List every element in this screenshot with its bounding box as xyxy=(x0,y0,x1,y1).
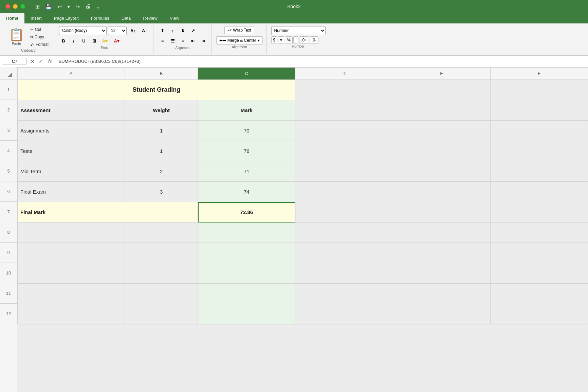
row-num-5[interactable]: 5 xyxy=(0,161,17,181)
decrease-indent-button[interactable]: ⇤ xyxy=(189,36,198,45)
row-num-8[interactable]: 8 xyxy=(0,222,17,243)
font-shrink-button[interactable]: A↓ xyxy=(140,26,150,35)
cell-b9[interactable] xyxy=(125,243,198,263)
cell-b4[interactable]: 1 xyxy=(125,141,198,161)
cell-d6[interactable] xyxy=(295,182,393,202)
cell-e3[interactable] xyxy=(393,121,490,141)
sidebar-icon[interactable]: ⊞ xyxy=(35,3,40,10)
formula-input[interactable] xyxy=(56,59,585,64)
wrap-text-button[interactable]: ⮐ Wrap Text xyxy=(224,26,254,34)
row-num-11[interactable]: 11 xyxy=(0,283,17,304)
cell-f10[interactable] xyxy=(490,263,588,284)
cell-b10[interactable] xyxy=(125,263,198,284)
font-size-select[interactable]: 12 xyxy=(108,26,127,35)
more-icon[interactable]: ⌄ xyxy=(96,3,100,10)
maximize-button[interactable] xyxy=(20,4,25,9)
redo-icon[interactable]: ↪ xyxy=(75,3,80,10)
border-button[interactable]: ⊞ xyxy=(90,36,98,45)
paste-button[interactable]: 📋 Paste xyxy=(6,27,27,47)
undo-icon[interactable]: ↩ xyxy=(57,3,62,10)
cell-f6[interactable] xyxy=(490,182,588,202)
cell-f5[interactable] xyxy=(490,161,588,182)
bold-button[interactable]: B xyxy=(59,36,68,45)
cell-c8[interactable] xyxy=(198,222,295,243)
cell-a9[interactable] xyxy=(18,243,125,263)
merge-center-button[interactable]: ⬅➡ Merge & Center ▾ xyxy=(216,36,263,44)
underline-button[interactable]: U xyxy=(79,36,88,45)
currency-button[interactable]: $ xyxy=(271,36,278,44)
row-num-9[interactable]: 9 xyxy=(0,243,17,263)
confirm-formula-icon[interactable]: ✓ xyxy=(37,58,44,65)
close-button[interactable] xyxy=(5,4,10,9)
row-num-4[interactable]: 4 xyxy=(0,141,17,161)
cell-b12[interactable] xyxy=(125,304,198,324)
copy-button[interactable]: ⧉ Copy xyxy=(28,34,51,40)
row-num-7[interactable]: 7 xyxy=(0,202,17,222)
row-num-10[interactable]: 10 xyxy=(0,263,17,283)
cell-c3[interactable]: 70 xyxy=(198,121,295,141)
cell-e12[interactable] xyxy=(393,304,490,324)
cell-b6[interactable]: 3 xyxy=(125,182,198,202)
tab-view[interactable]: View xyxy=(164,13,185,23)
increase-decimal-button[interactable]: .0+ xyxy=(299,36,309,44)
fill-color-button[interactable]: A▾ xyxy=(100,36,110,45)
cell-b8[interactable] xyxy=(125,222,198,243)
rotate-text-button[interactable]: ↗ xyxy=(189,26,198,35)
cell-d1[interactable] xyxy=(295,80,393,100)
cell-reference-box[interactable]: C7 xyxy=(3,58,26,65)
cell-e11[interactable] xyxy=(393,284,490,304)
cell-d2[interactable] xyxy=(295,100,393,121)
align-top-button[interactable]: ⬆ xyxy=(158,26,167,35)
cell-b11[interactable] xyxy=(125,284,198,304)
cell-d11[interactable] xyxy=(295,284,393,304)
col-header-a[interactable]: A xyxy=(18,68,125,80)
cell-a7[interactable]: Final Mark xyxy=(18,202,198,222)
cell-a6[interactable]: Final Exam xyxy=(18,182,125,202)
cell-a4[interactable]: Tests xyxy=(18,141,125,161)
cell-d8[interactable] xyxy=(295,222,393,243)
font-color-button[interactable]: A▾ xyxy=(111,36,122,45)
align-middle-button[interactable]: ↕ xyxy=(168,26,177,35)
minimize-button[interactable] xyxy=(13,4,18,9)
font-family-select[interactable]: Calibri (Body) xyxy=(59,26,107,35)
cell-e2[interactable] xyxy=(393,100,490,121)
cell-e9[interactable] xyxy=(393,243,490,263)
cell-e6[interactable] xyxy=(393,182,490,202)
align-left-button[interactable]: ≡ xyxy=(158,36,167,45)
cell-c5[interactable]: 71 xyxy=(198,161,295,182)
cell-c4[interactable]: 76 xyxy=(198,141,295,161)
row-num-12[interactable]: 12 xyxy=(0,304,17,324)
cell-f7[interactable] xyxy=(490,202,588,222)
cell-a12[interactable] xyxy=(18,304,125,324)
format-painter-button[interactable]: 🖌 Format xyxy=(28,41,51,48)
cell-a2[interactable]: Assessment xyxy=(18,100,125,121)
cell-f12[interactable] xyxy=(490,304,588,324)
col-header-e[interactable]: E xyxy=(393,68,490,80)
font-grow-button[interactable]: A↑ xyxy=(128,26,138,35)
cell-d10[interactable] xyxy=(295,263,393,284)
cell-d9[interactable] xyxy=(295,243,393,263)
cell-f8[interactable] xyxy=(490,222,588,243)
cell-a8[interactable] xyxy=(18,222,125,243)
align-bottom-button[interactable]: ⬇ xyxy=(179,26,187,35)
col-header-c[interactable]: C xyxy=(198,68,295,80)
print-icon[interactable]: 🖨 xyxy=(85,3,91,10)
cell-c9[interactable] xyxy=(198,243,295,263)
merge-dropdown-icon[interactable]: ▾ xyxy=(258,38,260,43)
cell-d7[interactable] xyxy=(295,202,393,222)
cell-c7[interactable]: 72.86 xyxy=(198,202,295,222)
tab-data[interactable]: Data xyxy=(115,13,137,23)
cell-e1[interactable] xyxy=(393,80,490,100)
cell-c6[interactable]: 74 xyxy=(198,182,295,202)
cell-a5[interactable]: Mid Term xyxy=(18,161,125,182)
cancel-formula-icon[interactable]: ✕ xyxy=(29,58,36,65)
corner-cell[interactable] xyxy=(0,67,17,79)
decrease-decimal-button[interactable]: .0- xyxy=(310,36,318,44)
row-num-1[interactable]: 1 xyxy=(0,79,17,100)
number-format-select[interactable]: Number xyxy=(271,26,326,35)
cell-c10[interactable] xyxy=(198,263,295,284)
col-header-b[interactable]: B xyxy=(125,68,198,80)
undo-dropdown-icon[interactable]: ▾ xyxy=(67,3,70,10)
cell-e4[interactable] xyxy=(393,141,490,161)
row-num-3[interactable]: 3 xyxy=(0,120,17,141)
